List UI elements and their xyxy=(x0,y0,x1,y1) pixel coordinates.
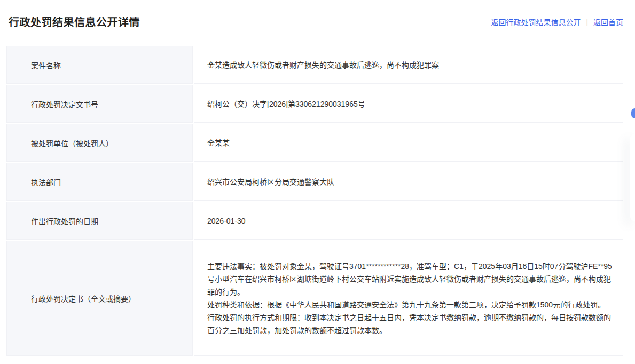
decision-paragraph-basis: 处罚种类和依据：根据《中华人民共和国道路交通安全法》第九十九条第一款第三项，决定… xyxy=(207,298,612,311)
back-home-link[interactable]: 返回首页 xyxy=(593,17,623,27)
penalty-detail-table: 案件名称 金某造成致人轻微伤或者财产损失的交通事故后逃逸，尚不构成犯罪案 行政处… xyxy=(6,46,623,356)
case-name-label: 案件名称 xyxy=(6,46,193,84)
page-header: 行政处罚结果信息公开详情 返回行政处罚结果信息公开 | 返回首页 xyxy=(0,0,635,29)
decision-paragraph-facts: 主要违法事实：被处罚对象金某，驾驶证号3701************28，准驾… xyxy=(207,260,612,298)
document-number-label: 行政处罚决定文书号 xyxy=(6,85,193,123)
decision-text-value: 主要违法事实：被处罚对象金某，驾驶证号3701************28，准驾… xyxy=(194,241,623,356)
penalty-date-label: 作出行政处罚的日期 xyxy=(6,202,193,240)
penalized-party-label: 被处罚单位（被处罚人） xyxy=(6,124,193,162)
document-number-value: 绍柯公（交）决字[2026]第330621290031965号 xyxy=(194,85,623,123)
case-name-value: 金某造成致人轻微伤或者财产损失的交通事故后逃逸，尚不构成犯罪案 xyxy=(194,46,623,84)
decision-paragraphs: 主要违法事实：被处罚对象金某，驾驶证号3701************28，准驾… xyxy=(207,260,612,337)
floating-widget-button[interactable] xyxy=(631,108,635,118)
enforcement-department-label: 执法部门 xyxy=(6,163,193,201)
page-title: 行政处罚结果信息公开详情 xyxy=(9,14,140,29)
floating-widget-panel[interactable] xyxy=(630,133,635,221)
table-row-document-number: 行政处罚决定文书号 绍柯公（交）决字[2026]第330621290031965… xyxy=(6,85,623,123)
table-row-penalty-date: 作出行政处罚的日期 2026-01-30 xyxy=(6,202,623,240)
table-row-case-name: 案件名称 金某造成致人轻微伤或者财产损失的交通事故后逃逸，尚不构成犯罪案 xyxy=(6,46,623,84)
back-to-penalty-list-link[interactable]: 返回行政处罚结果信息公开 xyxy=(491,17,581,27)
penalized-party-value: 金某某 xyxy=(194,124,623,162)
table-row-penalized-party: 被处罚单位（被处罚人） 金某某 xyxy=(6,124,623,162)
penalty-date-value: 2026-01-30 xyxy=(194,202,623,240)
table-row-enforcement-department: 执法部门 绍兴市公安局柯桥区分局交通警察大队 xyxy=(6,163,623,201)
table-row-decision-text: 行政处罚决定书（全文或摘要） 主要违法事实：被处罚对象金某，驾驶证号3701**… xyxy=(6,241,623,356)
decision-paragraph-execution: 行政处罚的执行方式和期限：收到本决定书之日起十五日内，凭本决定书缴纳罚款，逾期不… xyxy=(207,311,612,337)
decision-text-label: 行政处罚决定书（全文或摘要） xyxy=(6,241,193,356)
enforcement-department-value: 绍兴市公安局柯桥区分局交通警察大队 xyxy=(194,163,623,201)
header-links: 返回行政处罚结果信息公开 | 返回首页 xyxy=(491,17,623,27)
link-divider: | xyxy=(586,18,588,26)
